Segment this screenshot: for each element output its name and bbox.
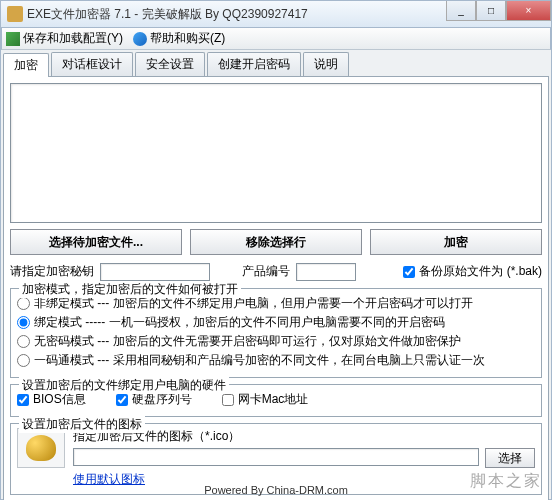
hw-mac-checkbox[interactable]	[222, 394, 234, 406]
menu-save-config[interactable]: 保存和加载配置(Y)	[6, 30, 123, 47]
product-label: 产品编号	[242, 263, 290, 280]
key-icon	[26, 435, 56, 461]
mode-onecode-row[interactable]: 一码通模式 --- 采用相同秘钥和产品编号加密的不同文件，在同台电脑上只需认证一…	[17, 352, 535, 369]
disk-icon	[6, 32, 20, 46]
mode-legend: 加密模式，指定加密后的文件如何被打开	[19, 281, 241, 298]
title-bar: EXE文件加密器 7.1 - 完美破解版 By QQ2390927417 _ □…	[0, 0, 552, 28]
hardware-group: 设置加密后的文件绑定用户电脑的硬件 BIOS信息 硬盘序列号 网卡Mac地址	[10, 384, 542, 417]
backup-checkbox[interactable]	[403, 266, 415, 278]
hw-mac-row[interactable]: 网卡Mac地址	[222, 391, 309, 408]
tab-security[interactable]: 安全设置	[135, 52, 205, 76]
key-input[interactable]	[100, 263, 210, 281]
menu-save-label: 保存和加载配置(Y)	[23, 30, 123, 47]
icon-path-input[interactable]	[73, 448, 479, 466]
maximize-button[interactable]: □	[476, 1, 506, 21]
select-file-button[interactable]: 选择待加密文件...	[10, 229, 182, 255]
window-buttons: _ □ ×	[446, 1, 551, 21]
tab-about[interactable]: 说明	[303, 52, 349, 76]
hw-bios-checkbox[interactable]	[17, 394, 29, 406]
minimize-button[interactable]: _	[446, 1, 476, 21]
app-icon	[7, 6, 23, 22]
help-icon	[133, 32, 147, 46]
browse-icon-button[interactable]: 选择	[485, 448, 535, 468]
menu-help-label: 帮助和购买(Z)	[150, 30, 225, 47]
menu-bar: 保存和加载配置(Y) 帮助和购买(Z)	[1, 28, 551, 50]
mode-onecode-radio[interactable]	[17, 354, 30, 367]
mode-bound-row[interactable]: 绑定模式 ----- 一机一码授权，加密后的文件不同用户电脑需要不同的开启密码	[17, 314, 535, 331]
key-label: 请指定加密秘钥	[10, 263, 94, 280]
mode-nopw-row[interactable]: 无密码模式 --- 加密后的文件无需要开启密码即可运行，仅对原始文件做加密保护	[17, 333, 535, 350]
tab-encrypt[interactable]: 加密	[3, 53, 49, 77]
mode-nopw-radio[interactable]	[17, 335, 30, 348]
tab-dialog[interactable]: 对话框设计	[51, 52, 133, 76]
tab-create-password[interactable]: 创建开启密码	[207, 52, 301, 76]
hardware-legend: 设置加密后的文件绑定用户电脑的硬件	[19, 377, 229, 394]
tab-bar: 加密 对话框设计 安全设置 创建开启密码 说明	[3, 52, 549, 76]
remove-row-button[interactable]: 移除选择行	[190, 229, 362, 255]
file-list[interactable]	[10, 83, 542, 223]
backup-label: 备份原始文件为 (*.bak)	[419, 263, 542, 280]
mode-unbound-radio[interactable]	[17, 297, 30, 310]
mode-bound-radio[interactable]	[17, 316, 30, 329]
icon-preview	[17, 428, 65, 468]
product-input[interactable]	[296, 263, 356, 281]
watermark: 脚本之家	[470, 471, 542, 492]
window-title: EXE文件加密器 7.1 - 完美破解版 By QQ2390927417	[27, 6, 308, 23]
main-panel: 选择待加密文件... 移除选择行 加密 请指定加密秘钥 产品编号 备份原始文件为…	[3, 76, 549, 500]
hw-disk-checkbox[interactable]	[116, 394, 128, 406]
backup-checkbox-row[interactable]: 备份原始文件为 (*.bak)	[403, 263, 542, 280]
icon-legend: 设置加密后文件的图标	[19, 416, 145, 433]
mode-group: 加密模式，指定加密后的文件如何被打开 非绑定模式 --- 加密后的文件不绑定用户…	[10, 288, 542, 378]
menu-help-buy[interactable]: 帮助和购买(Z)	[133, 30, 225, 47]
encrypt-button[interactable]: 加密	[370, 229, 542, 255]
close-button[interactable]: ×	[506, 1, 551, 21]
